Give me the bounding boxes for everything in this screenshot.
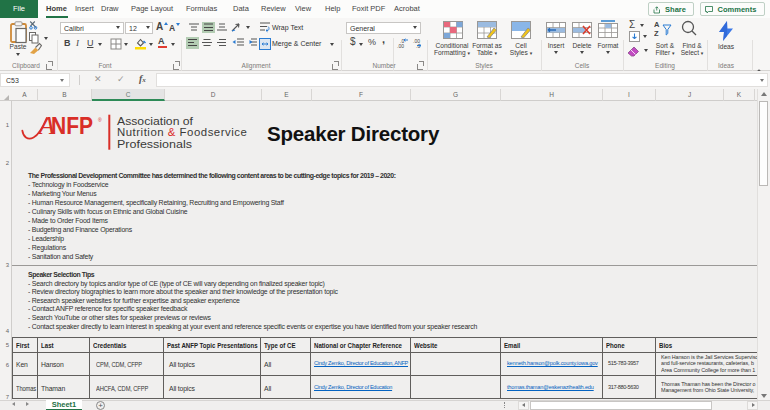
svg-text:®: ® [98, 117, 102, 123]
svg-text:.00: .00 [397, 43, 404, 49]
svg-text:Nutrition & Foodservice: Nutrition & Foodservice [117, 126, 247, 138]
svg-text:NFP: NFP [51, 113, 93, 139]
svg-text:Professionals: Professionals [117, 138, 192, 150]
svg-text:Z: Z [654, 29, 659, 38]
svg-text:Association of: Association of [117, 115, 194, 127]
svg-text:A: A [654, 20, 660, 29]
